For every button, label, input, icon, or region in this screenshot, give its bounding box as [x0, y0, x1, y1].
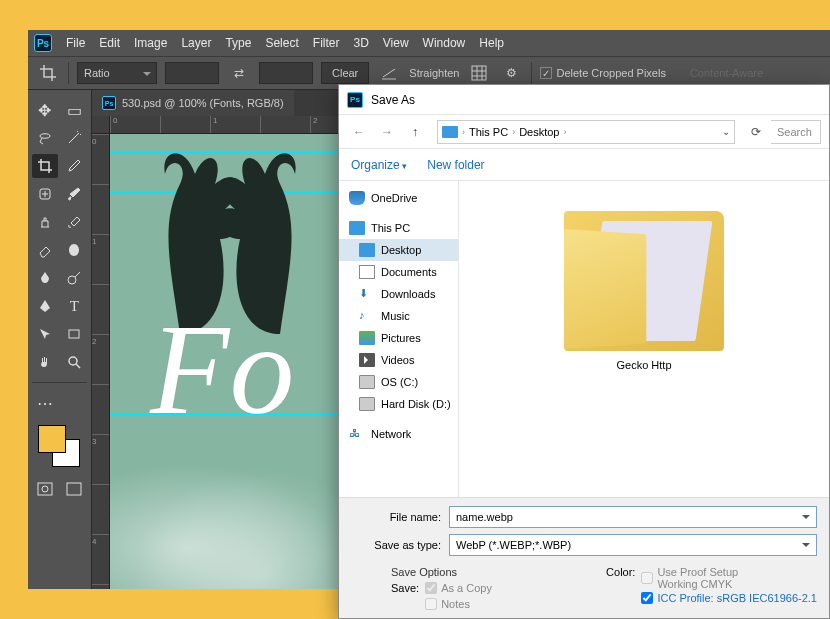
- svg-rect-0: [472, 66, 486, 80]
- folder-item[interactable]: [564, 211, 724, 351]
- ratio-dropdown[interactable]: Ratio: [77, 62, 157, 84]
- documents-icon: [359, 265, 375, 279]
- tree-label: Desktop: [381, 244, 421, 256]
- folder-content-area[interactable]: Gecko Http: [459, 181, 829, 497]
- path-selection-tool-icon[interactable]: [32, 322, 58, 346]
- tree-network[interactable]: 🖧Network: [339, 423, 458, 445]
- ruler-tick: 0: [110, 116, 160, 133]
- save-options-title: Save Options: [391, 566, 492, 578]
- lasso-tool-icon[interactable]: [32, 126, 58, 150]
- tree-downloads[interactable]: ⬇Downloads: [339, 283, 458, 305]
- pc-icon: [442, 126, 458, 138]
- savetype-dropdown[interactable]: WebP (*.WEBP;*.WBP): [449, 534, 817, 556]
- new-folder-button[interactable]: New folder: [427, 158, 484, 172]
- svg-rect-5: [38, 483, 52, 495]
- menu-filter[interactable]: Filter: [313, 36, 340, 50]
- magic-wand-tool-icon[interactable]: [62, 126, 88, 150]
- grid-overlay-icon[interactable]: [467, 61, 491, 85]
- tree-this-pc[interactable]: This PC: [339, 217, 458, 239]
- clone-stamp-tool-icon[interactable]: [32, 210, 58, 234]
- screen-mode-icon[interactable]: [62, 477, 88, 501]
- tree-label: Hard Disk (D:): [381, 398, 451, 410]
- breadcrumb[interactable]: › This PC › Desktop › ⌄: [437, 120, 735, 144]
- content-aware-label: Content-Aware: [690, 67, 763, 79]
- menu-edit[interactable]: Edit: [99, 36, 120, 50]
- search-input[interactable]: Search: [771, 120, 821, 144]
- color-swatches[interactable]: [32, 425, 87, 465]
- vertical-ruler[interactable]: 0 1 2 3 4 5 6: [92, 134, 110, 589]
- hand-tool-icon[interactable]: [32, 350, 58, 374]
- save-options: Save Options Save: As a Copy Notes Color…: [351, 562, 817, 610]
- breadcrumb-desktop[interactable]: Desktop: [519, 126, 559, 138]
- ratio-height-input[interactable]: [259, 62, 313, 84]
- filename-label: File name:: [351, 511, 441, 523]
- marquee-tool-icon[interactable]: ▭: [62, 98, 88, 122]
- filename-input[interactable]: name.webp: [449, 506, 817, 528]
- clear-button[interactable]: Clear: [321, 62, 369, 84]
- tree-label: Documents: [381, 266, 437, 278]
- tree-documents[interactable]: Documents: [339, 261, 458, 283]
- savetype-value: WebP (*.WEBP;*.WBP): [456, 539, 571, 551]
- tree-videos[interactable]: Videos: [339, 349, 458, 371]
- brush-tool-icon[interactable]: [62, 182, 88, 206]
- menu-file[interactable]: File: [66, 36, 85, 50]
- menu-type[interactable]: Type: [225, 36, 251, 50]
- refresh-button[interactable]: ⟳: [745, 121, 767, 143]
- history-brush-tool-icon[interactable]: [62, 210, 88, 234]
- up-button[interactable]: ↑: [403, 120, 427, 144]
- chevron-down-icon[interactable]: ⌄: [722, 126, 730, 137]
- menu-help[interactable]: Help: [479, 36, 504, 50]
- rectangle-tool-icon[interactable]: [62, 322, 88, 346]
- dialog-bottom-panel: File name: name.webp Save as type: WebP …: [339, 497, 829, 618]
- back-button[interactable]: ←: [347, 120, 371, 144]
- straighten-icon[interactable]: [377, 61, 401, 85]
- type-tool-icon[interactable]: T: [62, 294, 88, 318]
- move-tool-icon[interactable]: ✥: [32, 98, 58, 122]
- tree-hard-disk-d[interactable]: Hard Disk (D:): [339, 393, 458, 415]
- crop-tool-icon[interactable]: [32, 154, 58, 178]
- smoke-graphic: [110, 449, 360, 589]
- zoom-tool-icon[interactable]: [62, 350, 88, 374]
- edit-toolbar-icon[interactable]: ⋯: [32, 391, 58, 415]
- settings-gear-icon[interactable]: ⚙: [499, 61, 523, 85]
- tree-label: OS (C:): [381, 376, 418, 388]
- dodge-tool-icon[interactable]: [62, 266, 88, 290]
- menu-window[interactable]: Window: [423, 36, 466, 50]
- delete-cropped-checkbox[interactable]: ✓Delete Cropped Pixels: [540, 67, 665, 79]
- blur-tool-icon[interactable]: [32, 266, 58, 290]
- filename-value: name.webp: [456, 511, 513, 523]
- menu-select[interactable]: Select: [265, 36, 298, 50]
- eraser-tool-icon[interactable]: [32, 238, 58, 262]
- navigation-tree[interactable]: OneDrive This PC Desktop Documents ⬇Down…: [339, 181, 459, 497]
- psd-file-icon: Ps: [102, 96, 116, 110]
- healing-brush-tool-icon[interactable]: [32, 182, 58, 206]
- menu-layer[interactable]: Layer: [181, 36, 211, 50]
- eyedropper-tool-icon[interactable]: [62, 154, 88, 178]
- icc-profile-checkbox[interactable]: ICC Profile: sRGB IEC61966-2.1: [641, 592, 817, 604]
- disk-icon: [359, 375, 375, 389]
- menu-image[interactable]: Image: [134, 36, 167, 50]
- pen-tool-icon[interactable]: [32, 294, 58, 318]
- tree-label: Pictures: [381, 332, 421, 344]
- menu-3d[interactable]: 3D: [353, 36, 368, 50]
- ratio-width-input[interactable]: [165, 62, 219, 84]
- content-aware-checkbox: Content-Aware: [674, 67, 763, 79]
- desktop-icon: [359, 243, 375, 257]
- color-sub-label: Color:: [606, 566, 635, 578]
- gradient-tool-icon[interactable]: [62, 238, 88, 262]
- crop-tool-icon[interactable]: [36, 61, 60, 85]
- quick-mask-icon[interactable]: [32, 477, 58, 501]
- breadcrumb-this-pc[interactable]: This PC: [469, 126, 508, 138]
- tree-onedrive[interactable]: OneDrive: [339, 187, 458, 209]
- tree-music[interactable]: ♪Music: [339, 305, 458, 327]
- tree-desktop[interactable]: Desktop: [339, 239, 458, 261]
- tree-os-c[interactable]: OS (C:): [339, 371, 458, 393]
- document-tab[interactable]: Ps 530.psd @ 100% (Fonts, RGB/8): [92, 90, 294, 116]
- foreground-color-swatch[interactable]: [38, 425, 66, 453]
- tree-pictures[interactable]: Pictures: [339, 327, 458, 349]
- menu-view[interactable]: View: [383, 36, 409, 50]
- straighten-label: Straighten: [409, 67, 459, 79]
- tree-label: Music: [381, 310, 410, 322]
- swap-icon[interactable]: ⇄: [227, 61, 251, 85]
- organize-menu[interactable]: Organize: [351, 158, 407, 172]
